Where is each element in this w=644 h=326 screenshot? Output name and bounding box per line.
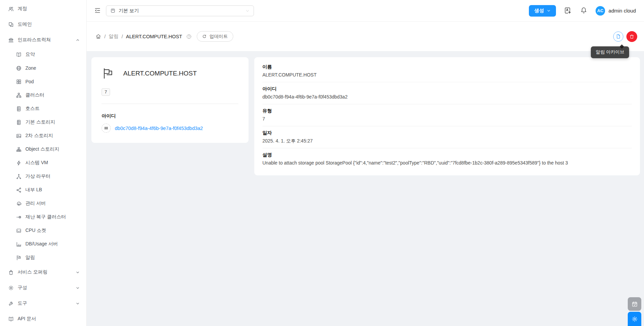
breadcrumb-row: / 알림 / ALERT.COMPUTE.HOST 업데이트 — [87, 22, 644, 51]
details-card: 이름ALERT.COMPUTE.HOST아이디db0c70d8-f94a-4f6… — [254, 57, 640, 175]
detail-row: 유형7 — [262, 104, 632, 126]
note-add-button[interactable] — [564, 7, 572, 15]
sidebar-item-bank[interactable]: 인프라스트럭쳐 — [0, 32, 86, 48]
detail-value: Unable to attach storage pool StoragePoo… — [262, 160, 632, 166]
summary-card-header: ALERT.COMPUTE.HOST — [102, 67, 238, 80]
view-mode-value: 기본 보기 — [119, 8, 139, 14]
avatar: AC — [596, 6, 605, 16]
divider — [102, 104, 238, 104]
sidebar-item-api-doc[interactable]: API 문서 — [0, 311, 86, 326]
host-icon — [16, 106, 22, 112]
refresh-button-label: 업데이트 — [210, 34, 228, 40]
sidebar-item-virtual-router[interactable]: 가상 라우터 — [0, 170, 86, 183]
create-button[interactable]: 생성 — [529, 5, 556, 17]
content-area: ALERT.COMPUTE.HOST 7 아이디 db0c70d8-f94a-4… — [87, 51, 644, 326]
sidebar-item-label: 재난 복구 클러스터 — [25, 214, 66, 220]
home-icon[interactable] — [95, 34, 101, 39]
event-log-button[interactable] — [628, 297, 641, 311]
delete-alert-button[interactable] — [626, 31, 637, 42]
sidebar-item-label: Pod — [25, 79, 34, 84]
service-offering-icon — [8, 269, 14, 275]
sidebar-item-label: 도구 — [18, 300, 27, 306]
sidebar-item-label: 인프라스트럭쳐 — [18, 37, 51, 43]
user-menu[interactable]: AC admin cloud — [596, 6, 636, 16]
chevron-down-icon — [76, 286, 80, 290]
main-area: 기본 보기 생성 AC admin cloud — [87, 0, 644, 326]
page-actions — [613, 31, 639, 42]
file-icon — [616, 34, 621, 39]
sidebar-item-primary-storage[interactable]: 기본 스토리지 — [0, 115, 86, 129]
sidebar-item-label: Object 스토리지 — [25, 146, 59, 152]
sidebar-item-alert[interactable]: 알림 — [0, 251, 86, 264]
menu-fold-button[interactable] — [94, 7, 101, 15]
sidebar-item-secondary-storage[interactable]: 2차 스토리지 — [0, 129, 86, 143]
floating-buttons — [628, 297, 641, 326]
alert-archive-button[interactable] — [613, 31, 623, 42]
chevron-down-icon — [76, 302, 80, 305]
tools-icon — [8, 301, 14, 306]
sidebar-item-management-server[interactable]: 관리 서버 — [0, 197, 86, 210]
sidebar-item-label: 알림 — [25, 255, 35, 261]
detail-value: 2025. 4. 1. 오후 2:45:27 — [262, 138, 632, 144]
sidebar-item-service-offering[interactable]: 서비스 오퍼링 — [0, 264, 86, 280]
help-button[interactable] — [186, 34, 192, 39]
detail-label: 설명 — [262, 152, 632, 158]
sidebar-item-label: 호스트 — [25, 106, 40, 112]
sidebar-item-domain[interactable]: 도메인 — [0, 17, 86, 32]
settings-button[interactable] — [628, 312, 641, 326]
sidebar-item-cluster[interactable]: 클러스터 — [0, 88, 86, 102]
sidebar-item-team[interactable]: 계정 — [0, 1, 86, 17]
pod-icon — [16, 79, 22, 85]
internal-lb-icon — [16, 187, 22, 193]
sidebar-item-configuration[interactable]: 구성 — [0, 280, 86, 296]
breadcrumb-separator: / — [122, 34, 123, 39]
chevron-up-icon — [76, 38, 80, 42]
sidebar-item-zone[interactable]: Zone — [0, 61, 86, 75]
breadcrumb-separator: / — [104, 34, 106, 39]
detail-value: 7 — [262, 116, 632, 122]
user-name: admin cloud — [608, 8, 636, 14]
flag-icon — [102, 67, 114, 80]
sidebar-item-host[interactable]: 호스트 — [0, 102, 86, 115]
notifications-button[interactable] — [580, 7, 588, 15]
sidebar-item-summary[interactable]: 요약 — [0, 48, 86, 61]
sidebar-item-label: 계정 — [18, 6, 27, 12]
sidebar-item-internal-lb[interactable]: 내부 LB — [0, 183, 86, 197]
sidebar-item-pod[interactable]: Pod — [0, 75, 86, 88]
sidebar-item-label: 요약 — [25, 51, 35, 58]
system-vm-icon — [16, 160, 22, 166]
sidebar: 계정도메인인프라스트럭쳐요약ZonePod클러스터호스트기본 스토리지2차 스토… — [0, 0, 87, 326]
secondary-storage-icon — [16, 133, 22, 139]
sidebar-item-cpu-socket[interactable]: CPU 소켓 — [0, 224, 86, 237]
sidebar-item-system-vm[interactable]: 시스템 VM — [0, 156, 86, 170]
domain-icon — [8, 22, 14, 27]
object-storage-icon — [16, 147, 22, 152]
id-label: 아이디 — [102, 113, 238, 119]
refresh-button[interactable]: 업데이트 — [197, 31, 233, 42]
detail-row: 이름ALERT.COMPUTE.HOST — [262, 60, 632, 82]
id-link[interactable]: db0c70d8-f94a-4f6b-9e7a-f0f453dbd3a2 — [115, 126, 203, 131]
sidebar-item-tools[interactable]: 도구 — [0, 296, 86, 311]
sidebar-item-label: 관리 서버 — [25, 200, 46, 207]
view-mode-select[interactable]: 기본 보기 — [106, 5, 254, 16]
reload-icon — [202, 34, 207, 39]
sidebar-item-label: 기본 스토리지 — [25, 119, 55, 125]
detail-row: 설명Unable to attach storage pool StorageP… — [262, 148, 632, 170]
detail-value: db0c70d8-f94a-4f6b-9e7a-f0f453dbd3a2 — [262, 94, 632, 100]
db-usage-icon — [16, 241, 22, 247]
sidebar-item-dr-cluster[interactable]: 재난 복구 클러스터 — [0, 210, 86, 224]
sidebar-item-object-storage[interactable]: Object 스토리지 — [0, 143, 86, 156]
sidebar-item-label: 구성 — [18, 285, 27, 291]
type-tag: 7 — [102, 88, 110, 96]
trash-icon — [629, 34, 635, 39]
topbar: 기본 보기 생성 AC admin cloud — [87, 0, 644, 22]
primary-storage-icon — [16, 119, 22, 125]
chevron-down-icon — [76, 270, 80, 274]
chevron-down-icon — [547, 9, 551, 13]
summary-title: ALERT.COMPUTE.HOST — [123, 70, 197, 77]
sidebar-item-db-usage[interactable]: DB/Usage 서버 — [0, 237, 86, 251]
sidebar-item-label: 시스템 VM — [25, 160, 48, 166]
breadcrumb-link-alerts[interactable]: 알림 — [109, 33, 119, 40]
sidebar-item-label: Zone — [25, 65, 36, 71]
create-button-label: 생성 — [534, 7, 544, 14]
